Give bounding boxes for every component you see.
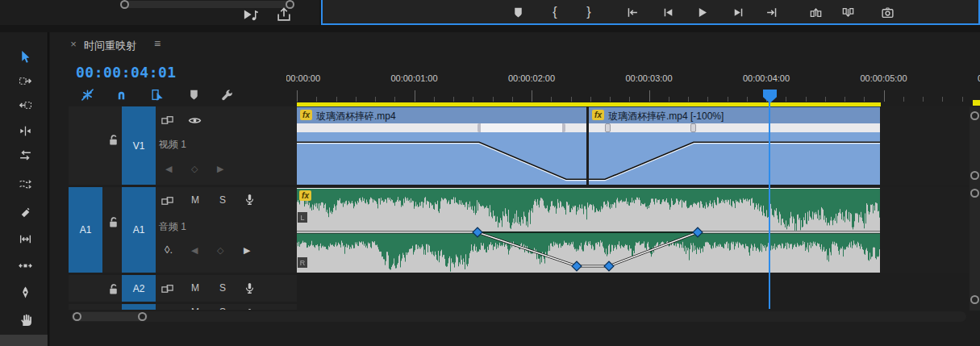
video-scroll-zoom-handle[interactable] xyxy=(970,111,979,120)
ruler-tick xyxy=(297,90,298,102)
ruler-tick xyxy=(316,97,317,102)
ruler-label: 00:00:05:00 xyxy=(860,73,907,83)
track-header-a1: A1 A1 M S 音频 1 ◊. ◀ ◇ ▶ xyxy=(69,187,297,273)
track-lock-icon[interactable] xyxy=(106,215,120,229)
snap-icon[interactable] xyxy=(113,86,129,102)
track-select-forward-tool[interactable] xyxy=(16,72,34,90)
audio-clip-1[interactable]: fx L R xyxy=(297,188,880,272)
remix-tool[interactable] xyxy=(16,175,34,193)
prev-keyframe-button[interactable]: ◀ xyxy=(191,245,198,256)
sync-lock-icon[interactable] xyxy=(160,281,174,296)
ruler-tick xyxy=(375,97,376,102)
pen-tool[interactable] xyxy=(16,283,34,301)
go-to-out-button[interactable] xyxy=(765,5,779,19)
top-scrollbar-zoom-handle-left[interactable] xyxy=(120,0,129,9)
track-header-a2: A2 M S xyxy=(69,275,297,302)
track-lock-icon[interactable] xyxy=(106,307,120,310)
voiceover-record-mic-icon[interactable] xyxy=(242,306,256,310)
mark-in-button[interactable]: { xyxy=(548,5,562,19)
step-back-button[interactable] xyxy=(661,5,675,19)
speed-ramp-rubber-band[interactable] xyxy=(297,107,586,186)
audio-scroll-zoom-handle[interactable] xyxy=(970,295,979,304)
horizontal-scrollbar-thumb[interactable] xyxy=(72,312,148,321)
volume-keyframe[interactable] xyxy=(604,261,614,271)
export-icon[interactable] xyxy=(276,6,292,23)
add-marker-button[interactable] xyxy=(511,5,525,19)
scrollbar-zoom-handle-right[interactable] xyxy=(138,312,147,321)
toggle-track-output-eye-icon[interactable] xyxy=(187,113,202,127)
track-target-v1[interactable]: V1 xyxy=(122,106,156,185)
mute-button[interactable]: M xyxy=(191,306,199,310)
track-target-a2[interactable]: A2 xyxy=(122,275,156,302)
video-scroll-zoom-handle[interactable] xyxy=(970,171,979,180)
sync-lock-icon[interactable] xyxy=(160,194,174,208)
panel-menu-icon[interactable]: ≡ xyxy=(154,37,161,50)
prev-keyframe-button[interactable]: ◀ xyxy=(165,164,172,174)
volume-keyframe[interactable] xyxy=(473,227,482,237)
step-forward-button[interactable] xyxy=(731,5,745,19)
audio-scroll-zoom-handle[interactable] xyxy=(970,189,979,198)
tab-time-remapping[interactable]: 时间重映射 xyxy=(84,39,136,53)
mute-button[interactable]: M xyxy=(191,282,199,294)
playhead-line[interactable] xyxy=(769,100,770,309)
speed-ramp-rubber-band[interactable] xyxy=(589,107,880,186)
extract-button[interactable] xyxy=(840,5,855,19)
play-button[interactable] xyxy=(694,5,709,19)
solo-button[interactable]: S xyxy=(219,306,226,310)
time-ruler[interactable]: 00:00:00:0000:00:01:0000:00:02:0000:00:0… xyxy=(286,69,980,106)
slide-tool[interactable] xyxy=(16,256,34,274)
volume-rubber-band[interactable] xyxy=(297,189,880,273)
solo-button[interactable]: S xyxy=(219,282,226,294)
playhead-timecode[interactable]: 00:00:04:01 xyxy=(76,64,177,81)
nest-toggle-icon[interactable] xyxy=(79,86,95,102)
video-clip-2[interactable]: fx 玻璃酒杯摔碎.mp4 [-100%] xyxy=(589,106,880,185)
volume-keyframe[interactable] xyxy=(693,227,703,237)
source-patch-a1[interactable]: A1 xyxy=(69,187,102,273)
slip-tool[interactable] xyxy=(16,230,34,248)
sync-lock-icon[interactable] xyxy=(160,307,174,310)
ruler-tick xyxy=(707,97,708,102)
track-target-a3[interactable]: A3 xyxy=(122,304,156,310)
solo-button[interactable]: S xyxy=(219,194,226,206)
play-audio-icon[interactable] xyxy=(242,6,260,23)
scrollbar-zoom-handle-left[interactable] xyxy=(73,312,81,321)
top-scrollbar-thumb[interactable] xyxy=(121,1,294,8)
settings-wrench-icon[interactable] xyxy=(219,86,235,102)
next-keyframe-button[interactable]: ▶ xyxy=(244,245,250,256)
next-keyframe-button[interactable]: ▶ xyxy=(217,164,223,174)
add-keyframe-button[interactable]: ◇ xyxy=(191,164,198,174)
right-scroll-strip xyxy=(970,106,980,311)
add-marker-icon[interactable] xyxy=(186,86,202,102)
ruler-tick xyxy=(453,97,454,102)
ripple-edit-tool[interactable] xyxy=(16,96,34,114)
hand-tool[interactable] xyxy=(16,311,34,328)
lift-button[interactable] xyxy=(808,5,823,19)
track-lock-icon[interactable] xyxy=(106,281,120,296)
selection-tool[interactable] xyxy=(16,48,34,65)
voiceover-record-mic-icon[interactable] xyxy=(242,280,256,296)
volume-keyframe[interactable] xyxy=(572,261,582,271)
go-to-in-button[interactable] xyxy=(624,5,639,19)
mark-out-button[interactable]: } xyxy=(582,5,596,19)
video-clip-1[interactable]: fx 玻璃酒杯摔碎.mp4 xyxy=(297,106,586,185)
tab-close-button[interactable]: × xyxy=(68,37,79,50)
track-name-v1[interactable]: 视频 1 xyxy=(159,138,186,152)
mute-button[interactable]: M xyxy=(191,194,199,206)
razor-tool[interactable] xyxy=(16,204,34,222)
voiceover-record-mic-icon[interactable] xyxy=(242,191,256,207)
track-target-a1[interactable]: A1 xyxy=(122,187,156,273)
track-lane-a3 xyxy=(297,304,970,310)
rate-stretch-tool[interactable] xyxy=(16,146,34,164)
keyframe-type-menu-button[interactable]: ◊. xyxy=(165,244,173,256)
ruler-tick xyxy=(844,97,845,102)
horizontal-scrollbar-track[interactable] xyxy=(71,311,966,322)
ruler-tick xyxy=(356,97,357,102)
add-keyframe-button[interactable]: ◇ xyxy=(217,245,223,256)
export-frame-button[interactable] xyxy=(880,5,895,19)
rolling-edit-tool[interactable] xyxy=(16,122,34,140)
work-area-bar-end xyxy=(973,100,980,106)
track-lock-icon[interactable] xyxy=(106,132,120,147)
track-name-a1[interactable]: 音频 1 xyxy=(159,220,186,234)
linked-selection-icon[interactable] xyxy=(149,86,165,102)
sync-lock-icon[interactable] xyxy=(160,113,174,127)
